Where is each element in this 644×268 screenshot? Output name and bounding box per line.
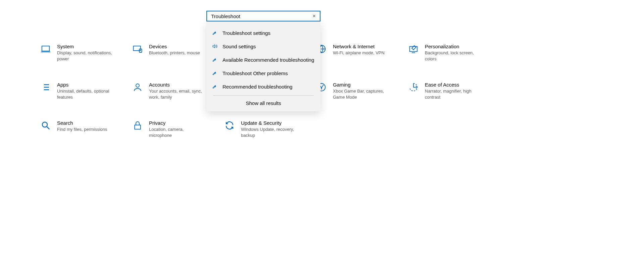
suggestion-label: Troubleshoot Other problems xyxy=(222,70,288,76)
category-title: Update & Security xyxy=(241,120,296,126)
keyboard-icon xyxy=(132,44,143,54)
suggestion-label: Recommended troubleshooting xyxy=(222,84,292,90)
lock-icon xyxy=(132,120,143,131)
suggestion-label: Sound settings xyxy=(222,44,256,49)
category-desc: Narrator, magnifier, high contrast xyxy=(425,88,480,100)
wrench-icon xyxy=(212,30,218,36)
suggestion-label: Available Recommended troubleshooting xyxy=(222,57,314,63)
svg-point-21 xyxy=(42,122,47,127)
category-desc: Find my files, permissions xyxy=(57,126,112,132)
category-title: Accounts xyxy=(149,82,204,88)
svg-point-18 xyxy=(136,84,139,87)
clear-search-icon[interactable] xyxy=(311,13,317,19)
suggestion-sound-settings[interactable]: Sound settings xyxy=(206,40,320,53)
search-box[interactable] xyxy=(206,11,320,21)
category-ease-of-access[interactable]: Ease of Access Narrator, magnifier, high… xyxy=(408,82,493,100)
category-desc: Display, sound, notifications, power xyxy=(57,50,112,62)
ease-of-access-icon xyxy=(408,82,419,93)
category-network[interactable]: Network & Internet Wi-Fi, airplane mode,… xyxy=(316,44,401,62)
suggestion-troubleshoot-settings[interactable]: Troubleshoot settings xyxy=(206,26,320,40)
category-desc: Wi-Fi, airplane mode, VPN xyxy=(333,50,388,56)
category-gaming[interactable]: Gaming Xbox Game Bar, captures, Game Mod… xyxy=(316,82,401,100)
laptop-icon xyxy=(40,44,51,54)
category-privacy[interactable]: Privacy Location, camera, microphone xyxy=(132,120,217,138)
category-desc: Location, camera, microphone xyxy=(149,126,204,138)
category-title: Ease of Access xyxy=(425,82,480,88)
category-title: Privacy xyxy=(149,120,204,126)
apps-list-icon xyxy=(40,82,51,93)
category-update-security[interactable]: Update & Security Windows Update, recove… xyxy=(224,120,309,138)
search-suggestions: Troubleshoot settings Sound settings Ava… xyxy=(206,21,320,111)
svg-line-22 xyxy=(47,127,50,129)
category-title: Search xyxy=(57,120,112,126)
search-input[interactable] xyxy=(210,13,311,19)
pen-monitor-icon xyxy=(408,44,419,54)
search-panel: Troubleshoot settings Sound settings Ava… xyxy=(206,11,320,111)
update-sync-icon xyxy=(224,120,235,131)
wrench-icon xyxy=(212,57,218,63)
category-desc: Bluetooth, printers, mouse xyxy=(149,50,204,56)
speaker-icon xyxy=(212,43,218,49)
category-desc: Your accounts, email, sync, work, family xyxy=(149,88,204,100)
category-system[interactable]: System Display, sound, notifications, po… xyxy=(40,44,126,62)
wrench-icon xyxy=(212,84,218,90)
suggestion-recommended-troubleshooting[interactable]: Recommended troubleshooting xyxy=(206,80,320,93)
category-title: Gaming xyxy=(333,82,388,88)
category-desc: Uninstall, defaults, optional features xyxy=(57,88,112,100)
category-title: System xyxy=(57,44,112,49)
category-title: Network & Internet xyxy=(333,44,388,49)
svg-rect-23 xyxy=(135,125,141,129)
category-title: Devices xyxy=(149,44,204,49)
category-title: Apps xyxy=(57,82,112,88)
category-accounts[interactable]: Accounts Your accounts, email, sync, wor… xyxy=(132,82,217,100)
svg-rect-0 xyxy=(42,46,50,51)
category-personalization[interactable]: Personalization Background, lock screen,… xyxy=(408,44,493,62)
category-desc: Xbox Game Bar, captures, Game Mode xyxy=(333,88,388,100)
search-icon xyxy=(40,120,51,131)
show-all-results[interactable]: Show all results xyxy=(206,96,320,111)
category-title: Personalization xyxy=(425,44,480,49)
wrench-icon xyxy=(212,70,218,76)
category-desc: Background, lock screen, colors xyxy=(425,50,480,62)
category-desc: Windows Update, recovery, backup xyxy=(241,126,296,138)
category-apps[interactable]: Apps Uninstall, defaults, optional featu… xyxy=(40,82,126,100)
person-icon xyxy=(132,82,143,93)
svg-marker-24 xyxy=(213,45,215,48)
suggestion-available-recommended-troubleshooting[interactable]: Available Recommended troubleshooting xyxy=(206,53,320,66)
suggestion-troubleshoot-other-problems[interactable]: Troubleshoot Other problems xyxy=(206,66,320,80)
category-search[interactable]: Search Find my files, permissions xyxy=(40,120,126,138)
category-devices[interactable]: Devices Bluetooth, printers, mouse xyxy=(132,44,217,62)
suggestion-label: Troubleshoot settings xyxy=(222,30,270,36)
